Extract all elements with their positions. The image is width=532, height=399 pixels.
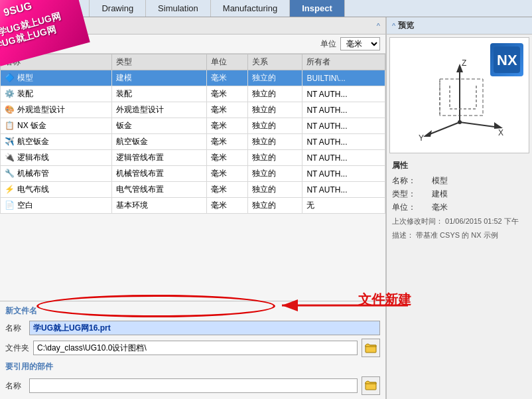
preview-box: Z X Y xyxy=(389,37,529,153)
ref-title: 要引用的部件 xyxy=(5,361,380,372)
ref-folder-icon xyxy=(365,379,377,391)
table-row[interactable]: 🔷模型 建模 毫米 独立的 BUILTIN\... xyxy=(1,70,385,86)
cell-unit: 毫米 xyxy=(206,86,247,102)
prop-unit-key: 单位： xyxy=(392,202,432,213)
svg-line-8 xyxy=(427,122,460,135)
new-file-section: 新文件名 名称 文件夹 要引用的部件 名称 xyxy=(0,301,385,399)
cell-unit: 毫米 xyxy=(206,118,247,134)
ug-logo: NX xyxy=(490,43,523,76)
preview-header[interactable]: ^ 预览 xyxy=(387,17,532,35)
cell-name: 📄空白 xyxy=(1,198,112,214)
cell-name: ⚙️装配 xyxy=(1,86,112,102)
cell-unit: 毫米 xyxy=(206,150,247,166)
prop-modified: 上次修改时间： 01/06/2015 01:52 下午 xyxy=(392,216,527,227)
menu-simulation[interactable]: Simulation xyxy=(146,0,211,17)
cell-relation: 独立的 xyxy=(248,86,302,102)
cell-owner: 无 xyxy=(302,198,385,214)
prop-name-row: 名称： 模型 xyxy=(392,175,527,187)
cell-name: ⚡电气布线 xyxy=(1,182,112,198)
cell-name: ✈️航空钣金 xyxy=(1,134,112,150)
prop-modified-value: 01/06/2015 01:52 下午 xyxy=(445,217,519,225)
prop-desc: 描述： 带基准 CSYS 的 NX 示例 xyxy=(392,230,527,241)
cell-relation: 独立的 xyxy=(248,198,302,214)
cell-owner: NT AUTH... xyxy=(302,134,385,150)
col-relation: 关系 xyxy=(248,54,302,70)
svg-marker-9 xyxy=(423,130,432,137)
cell-type: 外观造型设计 xyxy=(112,102,207,118)
prop-name-value: 模型 xyxy=(432,175,448,187)
name-row: 名称 xyxy=(5,321,380,335)
svg-text:Z: Z xyxy=(462,58,466,68)
template-table-container: 名称 类型 单位 关系 所有者 🔷模型 建模 毫米 独立的 BUILTIN\..… xyxy=(0,54,385,301)
cell-relation: 独立的 xyxy=(248,134,302,150)
ref-row: 名称 xyxy=(5,376,380,395)
cell-type: 机械管线布置 xyxy=(112,166,207,182)
cell-name: 🔌逻辑布线 xyxy=(1,150,112,166)
ref-browse-button[interactable] xyxy=(362,376,380,395)
cell-type: 电气管线布置 xyxy=(112,182,207,198)
name-input[interactable] xyxy=(29,321,380,335)
cell-relation: 独立的 xyxy=(248,118,302,134)
cell-type: 基本环境 xyxy=(112,198,207,214)
properties-title: 属性 xyxy=(392,160,527,171)
prop-name-key: 名称： xyxy=(392,175,432,187)
cell-owner: BUILTIN\... xyxy=(302,70,385,86)
cell-relation: 独立的 xyxy=(248,70,302,86)
col-owner: 所有者 xyxy=(302,54,385,70)
col-type: 类型 xyxy=(112,54,207,70)
table-row[interactable]: 📄空白 基本环境 毫米 独立的 无 xyxy=(1,198,385,214)
svg-text:Y: Y xyxy=(419,133,424,142)
cell-relation: 独立的 xyxy=(248,150,302,166)
cell-name: 🔷模型 xyxy=(1,70,112,86)
prop-type-key: 类型： xyxy=(392,189,432,200)
cell-owner: NT AUTH... xyxy=(302,102,385,118)
main-content: 过滤器 ^ 单位 毫米 英寸 名称 类型 单位 关系 所有者 xyxy=(0,17,532,399)
filter-bar: 过滤器 ^ xyxy=(0,17,385,35)
svg-point-16 xyxy=(458,120,462,124)
unit-select[interactable]: 毫米 英寸 xyxy=(340,37,380,50)
folder-label: 文件夹 xyxy=(5,343,29,354)
folder-input[interactable] xyxy=(33,341,358,355)
cell-name: 📋NX 钣金 xyxy=(1,118,112,134)
folder-browse-button[interactable] xyxy=(362,339,380,357)
menu-inspect[interactable]: Inspect xyxy=(290,0,345,17)
table-row[interactable]: 🔌逻辑布线 逻辑管线布置 毫米 独立的 NT AUTH... xyxy=(1,150,385,166)
svg-text:NX: NX xyxy=(497,52,517,68)
menu-bar: Model 图纸 Drawing Simulation Manufacturin… xyxy=(0,0,532,17)
menu-model[interactable]: Model xyxy=(0,0,48,17)
prop-desc-value: 带基准 CSYS 的 NX 示例 xyxy=(416,231,498,239)
cell-type: 钣金 xyxy=(112,118,207,134)
table-row[interactable]: 📋NX 钣金 钣金 毫米 独立的 NT AUTH... xyxy=(1,118,385,134)
prop-desc-label: 描述： xyxy=(392,231,414,239)
right-panel: ^ 预览 Z X Y xyxy=(386,17,532,399)
cell-type: 建模 xyxy=(112,70,207,86)
cell-unit: 毫米 xyxy=(206,134,247,150)
cell-type: 装配 xyxy=(112,86,207,102)
table-row[interactable]: ⚙️装配 装配 毫米 独立的 NT AUTH... xyxy=(1,86,385,102)
cell-owner: NT AUTH... xyxy=(302,150,385,166)
properties-section: 属性 名称： 模型 类型： 建模 单位： 毫米 上次修改时间： 01/06/20… xyxy=(387,156,532,399)
cell-type: 航空钣金 xyxy=(112,134,207,150)
table-row[interactable]: ⚡电气布线 电气管线布置 毫米 独立的 NT AUTH... xyxy=(1,182,385,198)
svg-text:X: X xyxy=(498,128,503,137)
prop-type-row: 类型： 建模 xyxy=(392,189,527,200)
name-label: 名称 xyxy=(5,323,25,334)
ref-name-input[interactable] xyxy=(29,378,358,393)
menu-drawing[interactable]: Drawing xyxy=(90,0,146,17)
ref-section: 要引用的部件 名称 xyxy=(5,361,380,395)
cell-unit: 毫米 xyxy=(206,166,247,182)
table-row[interactable]: 🎨外观造型设计 外观造型设计 毫米 独立的 NT AUTH... xyxy=(1,102,385,118)
cell-owner: NT AUTH... xyxy=(302,118,385,134)
table-row[interactable]: ✈️航空钣金 航空钣金 毫米 独立的 NT AUTH... xyxy=(1,134,385,150)
preview-toggle-icon: ^ xyxy=(392,22,395,30)
filter-toggle[interactable]: ^ xyxy=(377,22,380,30)
menu-manufacturing[interactable]: Manufacturing xyxy=(211,0,290,17)
cell-name: 🔧机械布管 xyxy=(1,166,112,182)
table-row[interactable]: 🔧机械布管 机械管线布置 毫米 独立的 NT AUTH... xyxy=(1,166,385,182)
cell-relation: 独立的 xyxy=(248,166,302,182)
cell-type: 逻辑管线布置 xyxy=(112,150,207,166)
menu-drawings[interactable]: 图纸 xyxy=(48,0,90,17)
cell-name: 🎨外观造型设计 xyxy=(1,102,112,118)
cell-owner: NT AUTH... xyxy=(302,182,385,198)
unit-row: 单位 毫米 英寸 xyxy=(0,35,385,54)
